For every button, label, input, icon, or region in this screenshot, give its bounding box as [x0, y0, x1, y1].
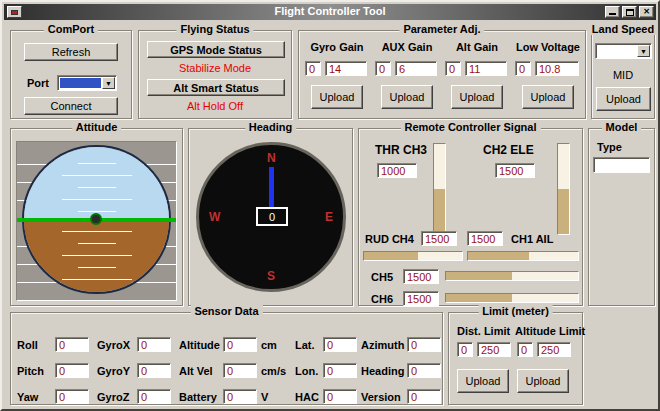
- yaw-label: Yaw: [17, 391, 38, 403]
- close-button[interactable]: ✕: [639, 6, 654, 18]
- alt-gain-upload-button[interactable]: Upload: [451, 85, 503, 109]
- hac-field[interactable]: 0: [323, 389, 357, 404]
- chevron-down-icon: ▼: [105, 80, 112, 87]
- pitch-field[interactable]: 0: [55, 363, 89, 378]
- thr-vertical-bar[interactable]: [433, 143, 446, 235]
- alt-vel-label: Alt Vel: [179, 365, 213, 377]
- refresh-button[interactable]: Refresh: [24, 43, 118, 61]
- maximize-button[interactable]: [622, 6, 637, 18]
- low-voltage-label: Low Voltage: [513, 41, 583, 53]
- close-icon: ✕: [643, 8, 650, 16]
- gps-mode-status-value: Stabilize Mode: [139, 62, 291, 74]
- limit-title: Limit (meter): [478, 305, 553, 317]
- sensor-data-group: Sensor Data Roll 0 GyroX 0 Altitude 0 cm…: [10, 312, 443, 405]
- window-title: Flight Controller Tool: [4, 5, 656, 17]
- gyrox-label: GyroX: [97, 339, 130, 351]
- aux-gain-upload-button[interactable]: Upload: [381, 85, 433, 109]
- alt-vel-field[interactable]: 0: [223, 363, 257, 378]
- rud-ch4-field[interactable]: 1500: [421, 231, 457, 246]
- low-voltage-upload-button[interactable]: Upload: [522, 85, 574, 109]
- compass-north-label: N: [267, 151, 276, 165]
- altitude-label: Altitude: [179, 339, 220, 351]
- gyroy-label: GyroY: [97, 365, 130, 377]
- ch5-horizontal-bar[interactable]: [445, 271, 579, 281]
- altitude-unit: cm: [261, 339, 277, 351]
- low-voltage-field-2[interactable]: 10.8: [535, 61, 579, 76]
- ch1-ail-field[interactable]: 1500: [467, 231, 503, 246]
- attitude-indicator: [16, 141, 177, 301]
- dist-limit-field-2[interactable]: 250: [477, 342, 511, 357]
- lon-field[interactable]: 0: [323, 363, 357, 378]
- version-field[interactable]: 0: [407, 389, 441, 404]
- alt-gain-column: Alt Gain 0 11 Upload: [443, 41, 511, 117]
- ch2-ele-label: CH2 ELE: [483, 143, 534, 157]
- roll-label: Roll: [17, 339, 38, 351]
- low-voltage-field-1[interactable]: 0: [515, 61, 531, 76]
- heading-title: Heading: [245, 121, 296, 133]
- minimize-icon: [609, 13, 616, 15]
- altitude-limit-field-2[interactable]: 250: [537, 342, 571, 357]
- aux-gain-field-2[interactable]: 6: [395, 61, 437, 76]
- heading-field[interactable]: 0: [407, 363, 441, 378]
- remote-signal-title: Remote Controller Signal: [400, 121, 540, 133]
- alt-gain-field-2[interactable]: 11: [465, 61, 507, 76]
- land-speed-dropdown-button[interactable]: ▼: [637, 45, 650, 57]
- thr-ch3-label: THR CH3: [375, 143, 427, 157]
- attitude-group: Attitude: [10, 128, 183, 306]
- dist-limit-field-1[interactable]: 0: [457, 342, 473, 357]
- limit-group: Limit (meter) Dist. Limit Altitude Limit…: [448, 312, 583, 405]
- gyrox-field[interactable]: 0: [137, 337, 171, 352]
- gyro-gain-column: Gyro Gain 0 14 Upload: [303, 41, 371, 117]
- titlebar[interactable]: Flight Controller Tool ✕: [4, 4, 656, 20]
- lon-label: Lon.: [295, 365, 318, 377]
- rud-horizontal-bar[interactable]: [363, 251, 463, 261]
- azimuth-field[interactable]: 0: [407, 337, 441, 352]
- alt-gain-field-1[interactable]: 0: [445, 61, 461, 76]
- thr-ch3-field[interactable]: 1000: [377, 163, 417, 178]
- gyro-gain-label: Gyro Gain: [303, 41, 371, 53]
- ch2-ele-field[interactable]: 1500: [495, 163, 535, 178]
- ail-horizontal-bar[interactable]: [467, 251, 579, 261]
- altitude-limit-upload-button[interactable]: Upload: [517, 369, 569, 393]
- connect-button[interactable]: Connect: [24, 97, 118, 115]
- lat-field[interactable]: 0: [323, 337, 357, 352]
- remote-signal-group: Remote Controller Signal THR CH3 1000 CH…: [358, 128, 583, 306]
- altitude-field[interactable]: 0: [223, 337, 257, 352]
- roll-field[interactable]: 0: [55, 337, 89, 352]
- aux-gain-field-1[interactable]: 0: [375, 61, 391, 76]
- sensor-row: Pitch 0 GyroY 0 Alt Vel 0 cm/s Lon. 0 He…: [11, 363, 442, 379]
- ch6-field[interactable]: 1500: [403, 291, 439, 306]
- flying-status-group: Flying Status GPS Mode Status Stabilize …: [138, 30, 292, 119]
- gyroy-field[interactable]: 0: [137, 363, 171, 378]
- dist-limit-upload-button[interactable]: Upload: [457, 369, 509, 393]
- minimize-button[interactable]: [605, 6, 620, 18]
- aux-gain-column: AUX Gain 0 6 Upload: [373, 41, 441, 117]
- ch5-field[interactable]: 1500: [403, 269, 439, 284]
- altitude-limit-field-1[interactable]: 0: [517, 342, 533, 357]
- battery-field[interactable]: 0: [223, 389, 257, 404]
- ch5-label: CH5: [371, 271, 393, 283]
- pitch-label: Pitch: [17, 365, 44, 377]
- model-type-field[interactable]: [593, 157, 650, 173]
- yaw-field[interactable]: 0: [55, 389, 89, 404]
- dist-limit-label: Dist. Limit: [457, 325, 510, 337]
- battery-label: Battery: [179, 391, 217, 403]
- gyroz-field[interactable]: 0: [137, 389, 171, 404]
- ch1-ail-label: CH1 AIL: [511, 233, 553, 245]
- compass: N W E S 0: [196, 142, 346, 292]
- gyroz-label: GyroZ: [97, 391, 129, 403]
- land-speed-combobox[interactable]: ▼: [595, 43, 652, 59]
- rud-ch4-label: RUD CH4: [365, 233, 414, 245]
- land-speed-upload-button[interactable]: Upload: [596, 87, 651, 111]
- gyro-gain-field-1[interactable]: 0: [305, 61, 321, 76]
- port-dropdown-button[interactable]: ▼: [102, 77, 115, 89]
- ele-vertical-bar[interactable]: [557, 143, 570, 235]
- gyro-gain-upload-button[interactable]: Upload: [311, 85, 363, 109]
- sensor-row: Yaw 0 GyroZ 0 Battery 0 V HAC 0 Version …: [11, 389, 442, 405]
- port-combobox[interactable]: ▼: [57, 75, 117, 91]
- gyro-gain-field-2[interactable]: 14: [325, 61, 367, 76]
- lat-label: Lat.: [295, 339, 315, 351]
- ch6-horizontal-bar[interactable]: [445, 293, 579, 303]
- ch6-label: CH6: [371, 293, 393, 305]
- altitude-limit-label: Altitude Limit: [515, 325, 585, 337]
